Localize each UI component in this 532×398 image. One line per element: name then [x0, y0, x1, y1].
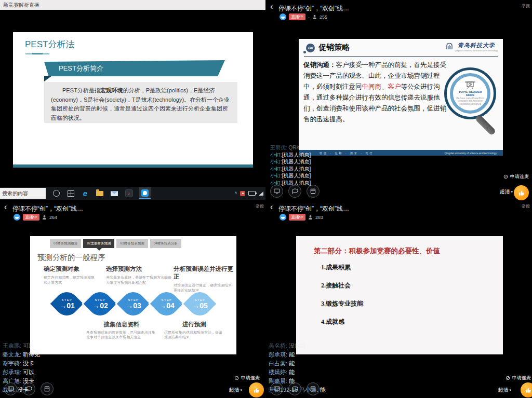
back-button[interactable]: ‹ — [270, 3, 273, 11]
step-04: STEP→04 — [150, 288, 184, 319]
banner-fold — [44, 76, 52, 81]
quality-selector[interactable]: 超清▾ — [498, 387, 511, 394]
pest-slide: PEST分析法 PEST分析简介 PEST分析是指宏观环境的分析，P是政治(po… — [13, 32, 253, 168]
title-underline — [25, 53, 49, 54]
section-banner: PEST分析简介 — [44, 60, 225, 76]
live-room-bottom-right: ‹ 停课不停“创”，“双创”线… 举报 直播中 283 第二部分：积极参加竞赛的… — [266, 200, 532, 398]
chat-message: 小钉:[机器人消息] — [270, 166, 311, 173]
viewer-count: 283 — [315, 215, 323, 220]
edge-browser-icon[interactable]: e — [81, 189, 89, 198]
report-button[interactable]: 举报 — [256, 203, 264, 209]
step-arrows: STEP→01STEP→02STEP→03STEP→04STEP→05 — [42, 288, 225, 319]
schedule-icon[interactable] — [307, 185, 320, 198]
footer-university-en: Qingdao university of science and techno… — [444, 152, 497, 155]
avatar — [14, 214, 20, 221]
mic-request-button[interactable]: 申请连麦 — [503, 173, 529, 180]
window-title-bar: 新竞赛解析直播 — [0, 0, 265, 10]
chat-message: 骆文龙: 听得见 — [3, 350, 40, 359]
slide-list: 1.成果积累 2.接触社会 3.锻炼专业技能 4.成就感 — [321, 263, 363, 336]
chat-message: 小钉:[机器人消息] — [270, 180, 311, 187]
avatar — [280, 13, 286, 20]
university-logo: 青岛科技大学 Qingdao University of Science and… — [446, 42, 498, 52]
link-icon — [506, 376, 510, 380]
chat-icon[interactable] — [288, 185, 301, 198]
tab-2-active: 02主要财务预测 — [83, 239, 114, 248]
chat-message: 高广旭: 没卡 — [3, 377, 40, 386]
thumb-up-icon — [253, 387, 260, 394]
chat-messages: 吴名桥: 没问题彭承琪: 能白占棠: 能楼嫣婷: 能陶嘉晨: 能营销192-15… — [269, 341, 325, 394]
chat-message: 王雨优: QRK — [270, 144, 311, 152]
chevron-down-icon: ▾ — [511, 190, 513, 194]
like-button[interactable] — [249, 382, 264, 397]
column-2: 选择预测方法 并非越复杂越好，关键在于预测方法能最大限度与预测对象相匹配 — [106, 265, 171, 285]
link-icon — [503, 174, 508, 179]
cortana-icon[interactable] — [52, 189, 60, 198]
university-name: 青岛科技大学 — [458, 42, 495, 49]
chat-message: 小钉:[机器人消息] — [270, 158, 311, 166]
link-icon — [234, 376, 239, 380]
viewer-person-icon — [312, 15, 317, 19]
separator-dot: · — [308, 15, 310, 20]
tab-3: 03财务报表预测 — [116, 239, 148, 248]
header-rule — [304, 56, 498, 57]
chat-message: 楼嫣婷: 能 — [269, 368, 325, 377]
chat-messages: 王雨优: QRK小钉:[机器人消息]小钉:[机器人消息]小钉:[机器人消息]小钉… — [270, 144, 311, 186]
like-button[interactable] — [521, 382, 532, 397]
music-app-icon[interactable]: ♪ — [125, 189, 133, 198]
file-explorer-icon[interactable] — [96, 189, 104, 198]
list-item: 1.成果积累 — [321, 263, 363, 272]
mic-request-button[interactable]: 申请连麦 — [506, 375, 531, 381]
system-tray: ^ — [235, 191, 263, 196]
magnifier-subtext: We have many PowerPoint templates that h… — [455, 97, 485, 106]
task-view-icon[interactable] — [66, 189, 75, 198]
decorative-dot — [303, 51, 306, 53]
magnifier-title: TOPIC HEADER HERE — [455, 90, 485, 97]
university-name-en: Qingdao University of Science and Techno… — [455, 49, 498, 52]
taskbar-search-input[interactable]: 搜索的内容 — [0, 188, 46, 199]
back-button[interactable]: ‹ — [4, 203, 7, 211]
dingtalk-icon[interactable] — [139, 187, 151, 199]
quality-selector[interactable]: 超清▾ — [229, 387, 242, 394]
forecast-slide: 01财务预测概述 02主要财务预测 03财务报表预测 04财务报表分析 预测分析… — [30, 236, 236, 354]
magnifier-graphic: TOPIC HEADER HERE We have many PowerPoin… — [444, 67, 496, 119]
slide-tabs: 01财务预测概述 02主要财务预测 03财务报表预测 04财务报表分析 — [50, 239, 181, 248]
report-button[interactable]: 举报 — [522, 3, 530, 9]
university-logo-icon — [446, 43, 453, 50]
slide-title: 第二部分：积极参加竞赛的必要性、价值 — [314, 246, 440, 256]
schedule-icon[interactable] — [41, 382, 54, 395]
chat-message: 谢宇骑: 没卡 — [3, 359, 40, 368]
tray-chevron-icon[interactable]: ^ — [235, 191, 237, 196]
room-title: 停课不停“创”，“双创”线… — [12, 204, 83, 213]
list-item: 3.锻炼专业技能 — [321, 299, 363, 308]
back-button[interactable]: ‹ — [270, 203, 273, 211]
battery-icon[interactable] — [248, 191, 256, 196]
network-icon[interactable] — [259, 191, 263, 196]
slide-bottom-strip — [13, 164, 253, 168]
footer-motto: 明德 · 弘毅 · 博学 · 笃行 — [320, 152, 374, 155]
tab-1: 01财务预测概述 — [50, 239, 81, 248]
report-button[interactable]: 举报 — [522, 203, 530, 209]
thumb-up-icon — [518, 189, 525, 197]
shared-desktop-quadrant: 新竞赛解析直播 PEST分析法 PEST分析简介 PEST分析是指宏观环境的分析… — [0, 0, 266, 200]
mail-icon[interactable] — [110, 189, 118, 198]
step-03: STEP→03 — [116, 288, 151, 319]
chat-message: 彭承琪: 能 — [269, 350, 325, 359]
slide-title: 促销策略 — [318, 43, 350, 52]
slide-body-text: 促销沟通：客户接受一种产品的前提，首先是接受消费这一产品的观念。由此，企业市场营… — [303, 60, 450, 125]
chat-message: 战娟: 没卡 — [3, 386, 40, 394]
chevron-down-icon: ▾ — [509, 388, 511, 392]
magnifier-handle — [475, 114, 497, 136]
chat-message: 吴名桥: 没问题 — [269, 341, 325, 350]
quality-selector[interactable]: 超清▾ — [499, 188, 513, 196]
chat-messages: 王鑫鹏: 可以骆文龙: 听得见谢宇骑: 没卡彭承瑞: 可以高广旭: 没卡战娟: … — [3, 341, 40, 394]
slide-body-text: PEST分析是指宏观环境的分析，P是政治(politics)，E是经济(econ… — [51, 86, 231, 122]
step-01: STEP→01 — [50, 288, 84, 319]
like-button[interactable] — [514, 185, 529, 200]
tray-app-icon[interactable] — [240, 191, 245, 196]
mic-request-button[interactable]: 申请连麦 — [234, 375, 260, 381]
block-forecast: 进行预测 运用所收集的信息和预测方法，提出预测方案和结果 — [164, 321, 224, 339]
avatar — [280, 214, 286, 221]
screen-share-icon[interactable] — [270, 185, 283, 198]
viewer-person-icon — [42, 215, 47, 219]
slide-heading: 预测分析的一般程序 — [37, 253, 105, 263]
